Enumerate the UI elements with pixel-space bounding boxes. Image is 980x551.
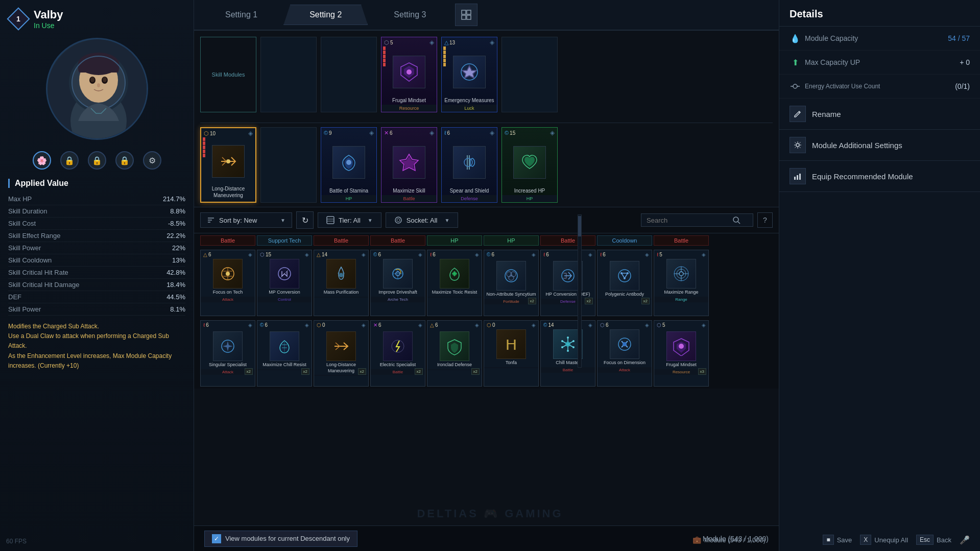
tonfa-svg xyxy=(501,334,521,354)
list-ironclad[interactable]: △6 ◈ x2 Ironclad Defense xyxy=(427,320,482,387)
list-tonfa[interactable]: ⬡0 ◈ Tonfa xyxy=(484,320,539,387)
skill-modules-slot[interactable]: Skill Modules xyxy=(200,37,256,112)
equipped-battle-stamina[interactable]: © 9 ◈ Battle of Stamina HP xyxy=(321,127,377,203)
pin-singular[interactable]: ◈ xyxy=(248,322,252,328)
pin-driveshaft[interactable]: ◈ xyxy=(418,252,422,257)
equipped-spear-shield[interactable]: ℓ 6 ◈ Spear and Shield Defense xyxy=(441,127,497,203)
pin-focusdim[interactable]: ◈ xyxy=(645,322,649,328)
focusdim-svg xyxy=(615,334,634,354)
pin-chill[interactable]: ◈ xyxy=(305,322,309,328)
tier-icon xyxy=(326,216,334,224)
list-frugal-dupe[interactable]: ⬡5 ◈ x3 Frugal Mindset Resource xyxy=(654,320,709,387)
tab-setting1[interactable]: Setting 1 xyxy=(199,5,283,25)
list-maximize-range[interactable]: ℓ5 ◈ Maximize Range Range xyxy=(654,250,709,316)
descendant-filter[interactable]: ✓ View modules for current Descendant on… xyxy=(204,531,357,547)
module-capacity-row: 💧 Module Capacity 54 / 57 xyxy=(779,27,980,51)
list-improve-driveshaft[interactable]: ©6 ◈ Improve Driveshaft Arche Tech xyxy=(370,250,425,316)
module-type-frugal: Resource xyxy=(381,105,437,112)
refresh-button[interactable]: ↻ xyxy=(296,211,314,229)
name-tonfa: Tonfa xyxy=(484,359,538,367)
list-polygenic[interactable]: ℓ6 ◈ x2 Polygenic Antibody xyxy=(597,250,652,316)
sub-mp: Control xyxy=(257,297,312,302)
empty-slot-3[interactable] xyxy=(501,37,558,112)
list-max-chill[interactable]: ©6 ◈ x2 Maximize Chill Resist xyxy=(257,320,312,387)
pin-elec[interactable]: ◈ xyxy=(418,322,422,328)
pin-icon-battlestam[interactable]: ◈ xyxy=(369,129,374,136)
pen-icon xyxy=(793,109,802,118)
save-button[interactable]: ■ Save xyxy=(823,535,852,545)
empty-slot-1[interactable] xyxy=(260,37,317,112)
applied-value-section: Applied Value Max HP214.7%Skill Duration… xyxy=(0,179,194,316)
empty-slot-4[interactable] xyxy=(260,127,317,203)
pin-tonfa[interactable]: ◈ xyxy=(532,322,536,328)
list-electric-specialist[interactable]: ✕6 ◈ x2 Electric Specialist Battle xyxy=(370,320,425,387)
socket-filter[interactable]: Socket: All ▼ xyxy=(386,212,459,228)
sort-dropdown[interactable]: Sort by: New ▼ xyxy=(200,212,292,228)
search-box[interactable] xyxy=(641,213,753,227)
list-focus-on-tech[interactable]: △6 ◈ Focus on Tech Attack xyxy=(200,250,255,316)
equipped-emergency-measures[interactable]: △ 13 ◈ E xyxy=(441,37,497,112)
unequip-all-button[interactable]: X Unequip All xyxy=(860,535,908,545)
scrollbar[interactable] xyxy=(578,214,582,368)
pin-masspure[interactable]: ◈ xyxy=(362,252,366,257)
skill-icon-lock1[interactable]: 🔒 xyxy=(60,151,79,170)
list-long-dist-dupe[interactable]: ⬡0 ◈ x2 Long-Distance Maneuvering xyxy=(314,320,369,387)
tab-setting2[interactable]: Setting 2 xyxy=(283,5,368,25)
svg-point-10 xyxy=(97,83,100,87)
scrollbar-thumb[interactable] xyxy=(578,216,581,236)
rename-button[interactable]: Rename xyxy=(779,99,980,130)
pin-hpconvdef[interactable]: ◈ xyxy=(588,252,592,257)
pin-mp[interactable]: ◈ xyxy=(305,252,309,257)
pin-syncytium[interactable]: ◈ xyxy=(532,252,536,257)
equip-recommended-button[interactable]: Equip Recommended Module xyxy=(779,161,980,192)
pin-icon-longdist[interactable]: ◈ xyxy=(248,130,253,137)
list-chill-master[interactable]: ©14 ◈ Chill Master xyxy=(540,320,595,387)
equipped-maximize-skill[interactable]: ✕ 6 ◈ Maximize Skill Battle xyxy=(381,127,437,203)
svg-rect-12 xyxy=(462,10,466,14)
name-mp: MP Conversion xyxy=(257,289,312,297)
search-input[interactable] xyxy=(647,217,728,224)
character-name: Valby xyxy=(34,8,63,21)
module-settings-icon xyxy=(790,137,806,153)
pin-toxic[interactable]: ◈ xyxy=(475,252,479,257)
sub-chillmaster: Battle xyxy=(541,367,595,373)
pin-icon-emergency[interactable]: ◈ xyxy=(490,39,494,46)
pin-chillmaster[interactable]: ◈ xyxy=(588,322,592,328)
module-count-display: 💼 Module (543 / 1,000) xyxy=(692,536,766,544)
pin-focus-tech[interactable]: ◈ xyxy=(248,252,252,257)
pin-icon-increasedhp[interactable]: ◈ xyxy=(550,129,555,136)
empty-slot-2[interactable] xyxy=(321,37,377,112)
list-focus-dimension[interactable]: ⬡6 ◈ Focus on Dimension Attack xyxy=(597,320,652,387)
back-button[interactable]: Esc Back xyxy=(916,535,951,545)
pin-polygenic[interactable]: ◈ xyxy=(645,252,649,257)
skill-icon-lock3[interactable]: 🔒 xyxy=(115,151,134,170)
pin-maxrange[interactable]: ◈ xyxy=(702,252,706,257)
icon-elec xyxy=(383,331,413,361)
list-singular-specialist[interactable]: ℓ6 ◈ x2 Singular Specialist Attack xyxy=(200,320,255,387)
pin-icon-frugal[interactable]: ◈ xyxy=(429,39,434,46)
skill-icon-lock2[interactable]: 🔒 xyxy=(88,151,106,170)
tab-grid-button[interactable] xyxy=(455,4,477,26)
skill-icon-gear[interactable]: ⚙ xyxy=(143,151,161,170)
equipped-increased-hp[interactable]: © 15 ◈ Increased HP HP xyxy=(501,127,558,203)
list-hp-conv-def[interactable]: ℓ6 ◈ x2 HP Conversion (DEF) Defense xyxy=(540,250,595,316)
equipped-frugal-mindset[interactable]: ⬡ 5 ◈ Fr xyxy=(381,37,437,112)
help-button[interactable]: ? xyxy=(757,212,773,228)
pin-icon-spearshield[interactable]: ◈ xyxy=(490,129,494,136)
list-non-attr-syncytium[interactable]: ©6 ◈ x2 Non-Attribute Syncytium Fortitud… xyxy=(484,250,539,316)
equipped-long-distance[interactable]: ⬡ 10 ◈ L xyxy=(200,127,256,203)
pin-frugaldupe[interactable]: ◈ xyxy=(702,322,706,328)
list-mp-conversion[interactable]: ⬡15 ◈ MP Conversion Control xyxy=(257,250,312,316)
list-mass-purification[interactable]: △14 ◈ Mass Purification xyxy=(314,250,369,316)
list-max-toxic[interactable]: ℓ6 ◈ Maximize Toxic Resist xyxy=(427,250,482,316)
module-additional-settings-button[interactable]: Module Additional Settings xyxy=(779,130,980,161)
tab-setting3[interactable]: Setting 3 xyxy=(368,5,452,25)
pin-icon-maxskill[interactable]: ◈ xyxy=(429,129,434,136)
pin-ironclad[interactable]: ◈ xyxy=(475,322,479,328)
equip-icon xyxy=(790,168,806,184)
svg-rect-83 xyxy=(797,175,798,180)
skill-icon-flower[interactable]: 🌸 xyxy=(33,151,51,170)
microphone-icon: 🎤 xyxy=(960,535,970,545)
pin-longdupe[interactable]: ◈ xyxy=(362,322,366,328)
tier-filter[interactable]: Tier: All ▼ xyxy=(318,212,381,228)
